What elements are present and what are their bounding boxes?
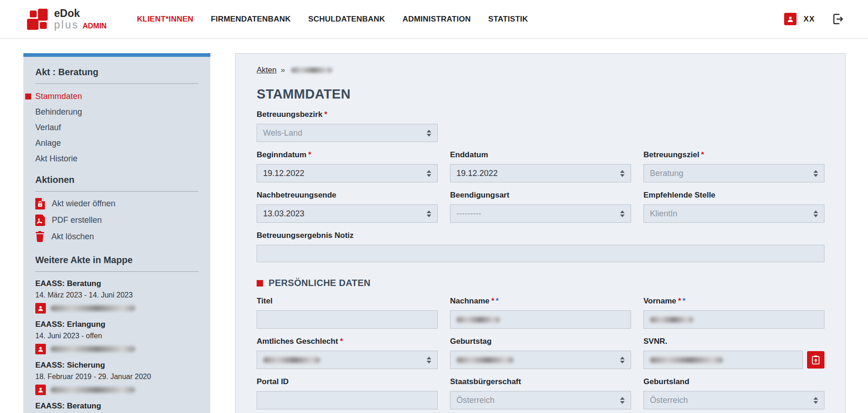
section-persoenliche-daten: PERSÖNLICHE DATEN	[257, 278, 824, 288]
betreuungsergebnis-notiz-input[interactable]	[257, 245, 824, 262]
select-arrows-icon	[427, 130, 431, 137]
select-arrows-icon	[813, 170, 818, 177]
vorname-input[interactable]	[643, 310, 824, 329]
logo-text-plus: plus	[54, 19, 79, 30]
person-icon	[35, 344, 46, 354]
select-arrows-icon	[427, 357, 431, 363]
redacted-person-name	[50, 305, 135, 311]
beendigungsart-select[interactable]: ---------	[450, 204, 631, 223]
field-vorname: Vorname**	[643, 297, 824, 329]
select-arrows-icon	[813, 397, 818, 404]
section-marker-icon	[257, 280, 263, 286]
nav-statistik[interactable]: STATISTIK	[488, 15, 528, 24]
field-svnr: SVNR.	[643, 337, 824, 369]
breadcrumb-separator: »	[280, 66, 285, 75]
person-icon	[35, 385, 46, 395]
redacted-geburtstag-value	[456, 357, 514, 363]
select-arrows-icon	[427, 210, 431, 217]
select-arrows-icon	[620, 357, 625, 363]
betreuungsziel-select[interactable]: Beratung	[643, 164, 824, 182]
sidebar-item-anlage[interactable]: Anlage	[35, 135, 198, 151]
betreuungsbezirk-select[interactable]: Wels-Land	[257, 124, 438, 142]
record-item[interactable]: EAASS: Beratung 14. Januar 2019 - 12. Fe…	[35, 402, 198, 413]
field-portal-id: Portal ID	[257, 377, 438, 409]
amtliches-geschlecht-select[interactable]	[257, 351, 438, 369]
field-beginndatum: Beginndatum* 19.12.2022	[257, 150, 438, 182]
breadcrumb: Akten »	[257, 66, 824, 75]
person-icon	[35, 303, 46, 314]
nav-firmendatenbank[interactable]: FIRMENDATENBANK	[211, 15, 291, 24]
field-enddatum: Enddatum 19.12.2022	[450, 150, 631, 182]
redacted-nachname-value	[456, 317, 500, 323]
trash-icon	[35, 231, 44, 242]
sidebar-item-verlauf[interactable]: Verlauf	[35, 120, 198, 135]
select-arrows-icon	[813, 210, 818, 217]
field-amtliches-geschlecht: Amtliches Geschlecht*	[257, 337, 438, 369]
svnr-input[interactable]	[643, 351, 803, 369]
clipboard-up-icon	[811, 355, 821, 365]
app-logo: eDok plus ADMIN	[24, 6, 107, 32]
sidebar-more-title: Weitere Akte in Mappe	[35, 255, 198, 272]
logout-icon[interactable]	[832, 13, 844, 25]
nav-klientinnen[interactable]: KLIENT*INNEN	[137, 15, 193, 24]
field-geburtsland: Geburtsland Österreich	[643, 377, 824, 409]
field-empfehlende-stelle: Empfehlende Stelle KlientIn	[643, 191, 824, 223]
geburtstag-select[interactable]	[450, 351, 631, 369]
field-beendigungsart: Beendigungsart ---------	[450, 191, 631, 223]
redacted-svnr-value	[650, 357, 723, 363]
sidebar-title: Akt : Beratung	[35, 57, 198, 84]
record-item[interactable]: EAASS: Sicherung 18. Februar 2019 - 29. …	[35, 361, 198, 395]
action-akt-loeschen[interactable]: Akt löschen	[35, 228, 198, 245]
geburtsland-select[interactable]: Österreich	[643, 391, 824, 409]
redacted-person-name	[50, 346, 135, 352]
field-titel: Titel	[257, 297, 438, 329]
redacted-geschlecht-value	[263, 357, 320, 363]
beginndatum-select[interactable]: 19.12.2022	[257, 164, 438, 182]
titel-input[interactable]	[257, 310, 438, 329]
page-title: STAMMDATEN	[257, 87, 824, 102]
svnr-clipboard-button[interactable]	[807, 351, 824, 369]
redacted-person-name	[50, 387, 135, 393]
breadcrumb-akten-link[interactable]: Akten	[257, 66, 276, 75]
nav-schuldatenbank[interactable]: SCHULDATENBANK	[308, 15, 385, 24]
field-nachname: Nachname**	[450, 297, 631, 329]
app-header: eDok plus ADMIN KLIENT*INNEN FIRMENDATEN…	[0, 0, 868, 39]
field-betreuungsziel: Betreuungsziel* Beratung	[643, 150, 824, 182]
field-geburtstag: Geburtstag	[450, 337, 631, 369]
sidebar: Akt : Beratung Stammdaten Behinderung Ve…	[23, 53, 210, 413]
sidebar-item-akt-historie[interactable]: Akt Historie	[35, 151, 198, 166]
logo-text-edok: eDok	[54, 8, 107, 19]
active-marker-icon	[25, 94, 31, 99]
select-arrows-icon	[620, 170, 625, 177]
main-nav: KLIENT*INNEN FIRMENDATENBANK SCHULDATENB…	[137, 15, 528, 24]
sidebar-accent-bar	[23, 53, 210, 57]
field-betreuungsergebnis-notiz: Betreuungsergebnis Notiz	[257, 231, 824, 262]
user-initials: XX	[803, 15, 815, 24]
nav-administration[interactable]: ADMINISTRATION	[402, 15, 471, 24]
portal-id-input[interactable]	[257, 391, 438, 409]
content-panel: Akten » STAMMDATEN Betreuungsbezirk* Wel…	[235, 53, 846, 413]
field-staatsbuergerschaft: Staatsbürgerschaft Österreich	[450, 377, 631, 409]
user-avatar-icon[interactable]	[784, 13, 797, 25]
sidebar-actions-title: Aktionen	[35, 175, 198, 192]
select-arrows-icon	[620, 397, 625, 404]
record-item[interactable]: EAASS: Erlangung 14. Juni 2023 - offen	[35, 320, 198, 354]
nachbetreuungsende-select[interactable]: 13.03.2023	[257, 204, 438, 223]
action-akt-wieder-oeffnen[interactable]: Akt wieder öffnen	[35, 195, 198, 212]
field-betreuungsbezirk: Betreuungsbezirk* Wels-Land	[257, 110, 438, 142]
field-nachbetreuungsende: Nachbetreuungsende 13.03.2023	[257, 191, 438, 223]
record-item[interactable]: EAASS: Beratung 14. März 2023 - 14. Juni…	[35, 279, 198, 314]
pdf-icon	[35, 215, 45, 226]
logo-blocks-icon	[24, 6, 50, 32]
sidebar-item-stammdaten[interactable]: Stammdaten	[35, 88, 198, 104]
nachname-input[interactable]	[450, 310, 631, 329]
sidebar-item-behinderung[interactable]: Behinderung	[35, 104, 198, 120]
action-pdf-erstellen[interactable]: PDF erstellen	[35, 212, 198, 228]
redacted-vorname-value	[650, 317, 693, 323]
redacted-breadcrumb-name	[291, 67, 332, 73]
empfehlende-stelle-select[interactable]: KlientIn	[643, 204, 824, 223]
enddatum-select[interactable]: 19.12.2022	[450, 164, 631, 182]
staatsbuergerschaft-select[interactable]: Österreich	[450, 391, 631, 409]
file-lock-icon	[35, 198, 45, 209]
logo-admin-badge: ADMIN	[82, 22, 106, 30]
